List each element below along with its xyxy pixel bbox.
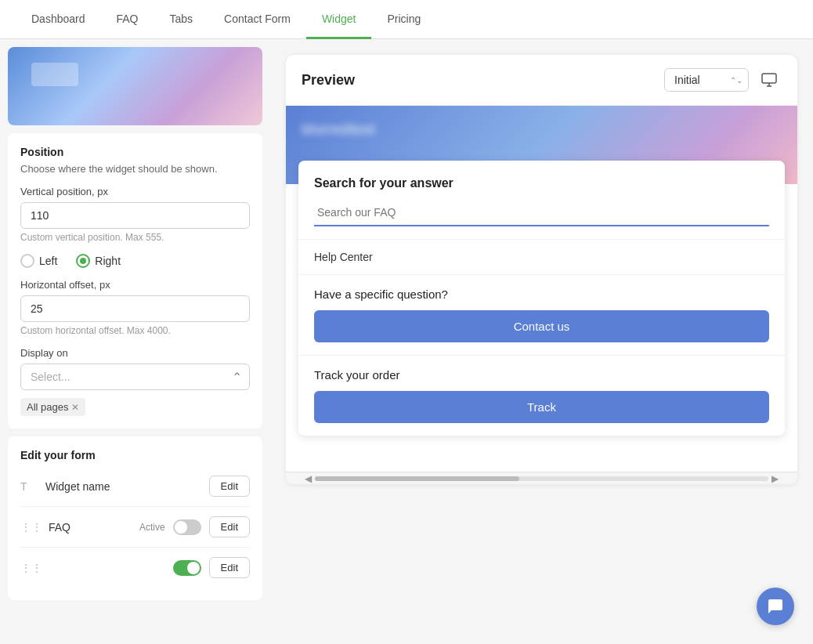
widget-name-row: T Widget name Edit <box>20 466 250 507</box>
radio-left-circle <box>20 254 34 268</box>
widget-name-edit-button[interactable]: Edit <box>209 476 250 497</box>
blurred-banner-text: blurredtext <box>302 121 375 138</box>
nav-item-faq[interactable]: FAQ <box>101 0 154 39</box>
all-pages-tag-label: All pages <box>27 401 68 413</box>
nav-item-dashboard[interactable]: Dashboard <box>16 0 101 39</box>
state-select[interactable]: Initial Open Minimized <box>664 68 749 92</box>
horizontal-offset-label: Horizontal offset, px <box>20 279 250 291</box>
help-center-row[interactable]: Help Center <box>298 240 785 275</box>
faq-search-input[interactable] <box>314 200 769 226</box>
track-order-section: Track your order Track <box>298 356 785 436</box>
horizontal-offset-hint: Custom horizontal offset. Max 4000. <box>20 325 250 336</box>
chat-bubble-button[interactable] <box>757 588 794 625</box>
nav-item-widget[interactable]: Widget <box>306 0 372 39</box>
scroll-left-arrow[interactable]: ◀ <box>302 473 315 484</box>
display-on-label: Display on <box>20 347 250 359</box>
extra-edit-button[interactable]: Edit <box>209 557 250 578</box>
widget-name-icon: T <box>20 480 45 493</box>
state-select-wrapper: Initial Open Minimized <box>664 68 749 92</box>
display-on-select-wrapper: Select... ⌃ <box>20 364 250 390</box>
scrollbar-track[interactable] <box>315 476 768 481</box>
right-panel: Preview Initial Open Minimized <box>270 39 813 644</box>
nav-item-pricing[interactable]: Pricing <box>371 0 436 39</box>
faq-row-label: FAQ <box>49 521 139 534</box>
all-pages-tag: All pages ✕ <box>20 398 85 416</box>
image-preview-bg <box>8 47 262 125</box>
help-center-label: Help Center <box>314 251 373 263</box>
vertical-position-input[interactable] <box>20 202 250 229</box>
top-navigation: Dashboard FAQ Tabs Contact Form Widget P… <box>0 0 813 39</box>
preview-card: Preview Initial Open Minimized <box>286 55 797 484</box>
svg-rect-0 <box>762 74 776 83</box>
preview-scrollbar: ◀ ▶ <box>286 472 797 484</box>
extra-drag-handle-icon: ⋮⋮ <box>20 562 45 574</box>
nav-item-contact-form[interactable]: Contact Form <box>208 0 306 39</box>
preview-controls: Initial Open Minimized <box>664 67 782 92</box>
specific-question-title: Have a specific question? <box>314 288 769 301</box>
preview-title: Preview <box>302 72 355 89</box>
faq-edit-button[interactable]: Edit <box>209 516 250 537</box>
left-panel: Position Choose where the widget should … <box>0 39 270 644</box>
image-preview-card <box>8 47 262 125</box>
position-title: Position <box>20 146 250 158</box>
widget-name-label: Widget name <box>45 480 209 493</box>
track-order-title: Track your order <box>314 368 769 382</box>
edit-form-title: Edit your form <box>20 449 250 461</box>
scrollbar-thumb <box>315 476 519 481</box>
radio-right-circle <box>76 254 90 268</box>
faq-active-badge: Active <box>139 522 165 533</box>
display-on-select[interactable]: Select... <box>20 364 250 390</box>
search-section: Search for your answer <box>298 161 785 240</box>
scroll-right-arrow[interactable]: ▶ <box>768 473 782 484</box>
faq-row: ⋮⋮ FAQ Active Edit <box>20 507 250 548</box>
monitor-icon <box>757 67 782 92</box>
position-radio-group: Left Right <box>20 254 250 268</box>
all-pages-tag-close[interactable]: ✕ <box>71 403 79 412</box>
faq-toggle[interactable] <box>173 519 201 535</box>
position-description: Choose where the widget should be shown. <box>20 163 250 175</box>
radio-left[interactable]: Left <box>20 254 57 268</box>
vertical-position-label: Vertical position, px <box>20 186 250 197</box>
main-layout: Position Choose where the widget should … <box>0 39 813 644</box>
search-title: Search for your answer <box>314 176 769 190</box>
image-preview-decoration <box>31 63 78 86</box>
position-section: Position Choose where the widget should … <box>8 133 262 429</box>
specific-question-section: Have a specific question? Contact us <box>298 275 785 356</box>
radio-right-label: Right <box>95 255 121 267</box>
track-button[interactable]: Track <box>314 391 769 423</box>
preview-header: Preview Initial Open Minimized <box>286 55 797 106</box>
extra-form-row: ⋮⋮ Edit <box>20 548 250 588</box>
vertical-position-hint: Custom vertical position. Max 555. <box>20 232 250 243</box>
radio-left-label: Left <box>39 255 57 267</box>
faq-drag-handle-icon: ⋮⋮ <box>20 521 45 534</box>
extra-toggle[interactable] <box>173 560 201 576</box>
display-tag-container: All pages ✕ <box>20 398 250 416</box>
widget-preview-area: blurredtext Search for your answer Help … <box>286 106 797 484</box>
widget-popup: Search for your answer Help Center Have … <box>298 161 785 436</box>
horizontal-offset-input[interactable] <box>20 295 250 322</box>
radio-right[interactable]: Right <box>76 254 121 268</box>
contact-us-button[interactable]: Contact us <box>314 310 769 342</box>
edit-form-section: Edit your form T Widget name Edit ⋮⋮ FAQ… <box>8 436 262 600</box>
nav-item-tabs[interactable]: Tabs <box>154 0 209 39</box>
